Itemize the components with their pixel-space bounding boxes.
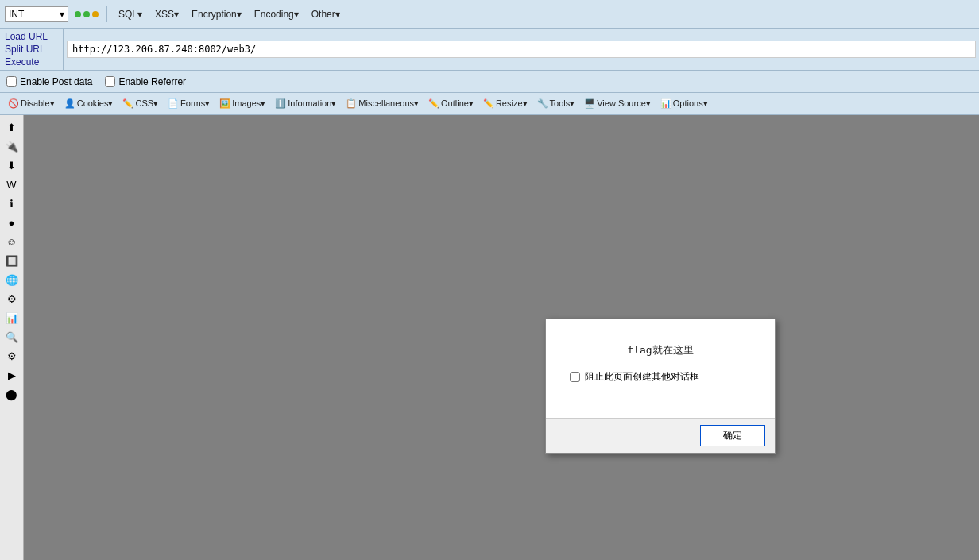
webdev-icon: 🚫	[8, 98, 19, 109]
webdev-icon: 🖼️	[219, 98, 230, 109]
webdev-icon: ✏️	[483, 98, 494, 109]
toolbar-dots	[75, 11, 99, 17]
webdev-label: CSS▾	[135, 98, 158, 109]
webdev-toolbar: 🚫Disable▾👤Cookies▾✏️CSS▾📄Forms▾🖼️Images▾…	[0, 93, 979, 115]
load-url-button[interactable]: Load URL	[3, 30, 60, 43]
webdev-label: Outline▾	[441, 98, 474, 109]
enable-referrer-checkbox[interactable]	[105, 76, 115, 87]
dot-green-2	[83, 11, 90, 17]
main-area: ⬆🔌⬇Wℹ●☺🔲🌐⚙📊🔍⚙▶⬤ flag就在这里 阻止此页面创建其他对话框 确定	[0, 115, 979, 560]
load-url-label: Load URL	[5, 31, 48, 42]
sidebar-icon-11[interactable]: 🔍	[3, 328, 21, 346]
top-toolbar: INT ▾ SQL▾ XSS▾ Encryption▾ Encoding▾ Ot…	[0, 0, 979, 29]
sidebar-icon-2[interactable]: ⬇	[3, 156, 21, 174]
enable-post-checkbox[interactable]	[6, 76, 17, 87]
int-label: INT	[9, 9, 24, 20]
sidebar-icon-10[interactable]: 📊	[3, 309, 21, 326]
webdev-label: Information▾	[288, 98, 336, 109]
dialog-checkbox-row[interactable]: 阻止此页面创建其他对话框	[570, 370, 751, 384]
webdev-label: Disable▾	[21, 98, 55, 109]
webdev-item-tools[interactable]: 🔧Tools▾	[534, 97, 578, 110]
webdev-label: Cookies▾	[77, 98, 114, 109]
dialog-prevent-checkbox[interactable]	[570, 372, 580, 382]
xss-menu[interactable]: XSS▾	[152, 7, 182, 21]
webdev-icon: ✏️	[122, 98, 134, 109]
webdev-icon: 📄	[168, 98, 179, 109]
webdev-icon: 🔧	[537, 98, 548, 109]
other-menu[interactable]: Other▾	[308, 7, 343, 21]
dot-yellow	[92, 11, 99, 17]
sidebar-icon-13[interactable]: ▶	[3, 366, 21, 384]
enable-referrer-text: Enable Referrer	[118, 76, 186, 87]
dropdown-arrow: ▾	[60, 9, 64, 20]
left-sidebar: ⬆🔌⬇Wℹ●☺🔲🌐⚙📊🔍⚙▶⬤	[0, 115, 24, 560]
sidebar-icon-12[interactable]: ⚙	[3, 347, 21, 365]
webdev-icon: 🖥️	[584, 98, 595, 109]
url-actions: Load URL Split URL Execute	[0, 29, 64, 70]
url-input-container	[64, 29, 979, 70]
sidebar-icon-6[interactable]: ☺	[3, 233, 21, 250]
webdev-label: Tools▾	[550, 98, 575, 109]
sql-menu[interactable]: SQL▾	[115, 7, 145, 21]
execute-button[interactable]: Execute	[3, 56, 60, 68]
browser-content: flag就在这里 阻止此页面创建其他对话框 确定 https://blog.cs…	[24, 115, 979, 560]
webdev-item-options[interactable]: 📊Options▾	[657, 97, 711, 110]
dialog-checkbox-label: 阻止此页面创建其他对话框	[585, 370, 699, 384]
webdev-label: Miscellaneous▾	[358, 98, 419, 109]
encryption-menu[interactable]: Encryption▾	[188, 7, 245, 21]
options-bar: Enable Post data Enable Referrer	[0, 71, 979, 93]
webdev-label: Forms▾	[180, 98, 210, 109]
toolbar-separator	[106, 6, 107, 22]
webdev-icon: ℹ️	[275, 98, 286, 109]
webdev-label: Resize▾	[496, 98, 528, 109]
webdev-item-viewsource[interactable]: 🖥️View Source▾	[581, 97, 654, 110]
sidebar-icon-14[interactable]: ⬤	[3, 385, 21, 403]
sidebar-icon-8[interactable]: 🌐	[3, 271, 21, 288]
split-url-label: Split URL	[5, 44, 45, 55]
webdev-item-outline[interactable]: ✏️Outline▾	[425, 97, 477, 110]
encoding-menu[interactable]: Encoding▾	[251, 7, 302, 21]
enable-post-text: Enable Post data	[20, 76, 92, 87]
webdev-label: Options▾	[673, 98, 708, 109]
enable-post-label[interactable]: Enable Post data	[6, 76, 92, 87]
sidebar-icon-1[interactable]: 🔌	[3, 137, 21, 155]
enable-referrer-label[interactable]: Enable Referrer	[105, 76, 186, 87]
sidebar-icon-9[interactable]: ⚙	[3, 290, 21, 307]
webdev-item-resize[interactable]: ✏️Resize▾	[480, 97, 531, 110]
url-bar-area: Load URL Split URL Execute	[0, 29, 979, 71]
webdev-item-css[interactable]: ✏️CSS▾	[119, 97, 161, 110]
webdev-label: Images▾	[232, 98, 265, 109]
sidebar-icon-7[interactable]: 🔲	[3, 252, 21, 269]
webdev-item-forms[interactable]: 📄Forms▾	[164, 97, 213, 110]
webdev-label: View Source▾	[597, 98, 651, 109]
dialog-content: flag就在这里 阻止此页面创建其他对话框	[546, 319, 775, 418]
int-dropdown[interactable]: INT ▾	[5, 6, 68, 22]
dialog-footer: 确定	[546, 418, 775, 453]
webdev-item-images[interactable]: 🖼️Images▾	[216, 97, 269, 110]
dialog-ok-button[interactable]: 确定	[700, 425, 765, 446]
url-input[interactable]	[67, 41, 976, 58]
split-url-button[interactable]: Split URL	[3, 43, 60, 56]
sidebar-icon-0[interactable]: ⬆	[3, 118, 21, 136]
webdev-icon: ✏️	[428, 98, 439, 109]
webdev-icon: 📋	[346, 98, 357, 109]
dialog-box: flag就在这里 阻止此页面创建其他对话框 确定	[545, 319, 776, 454]
webdev-item-cookies[interactable]: 👤Cookies▾	[61, 97, 117, 110]
webdev-icon: 👤	[64, 98, 75, 109]
webdev-item-information[interactable]: ℹ️Information▾	[272, 97, 339, 110]
sidebar-icon-3[interactable]: W	[3, 176, 21, 193]
webdev-item-miscellaneous[interactable]: 📋Miscellaneous▾	[342, 97, 422, 110]
webdev-icon: 📊	[660, 98, 671, 109]
sidebar-icon-5[interactable]: ●	[3, 214, 21, 231]
webdev-item-disable[interactable]: 🚫Disable▾	[5, 97, 58, 110]
dot-green-1	[75, 11, 81, 17]
sidebar-icon-4[interactable]: ℹ	[3, 195, 21, 212]
dialog-message: flag就在这里	[570, 343, 751, 357]
execute-label: Execute	[5, 56, 39, 68]
dialog-overlay: flag就在这里 阻止此页面创建其他对话框 确定	[24, 115, 979, 560]
